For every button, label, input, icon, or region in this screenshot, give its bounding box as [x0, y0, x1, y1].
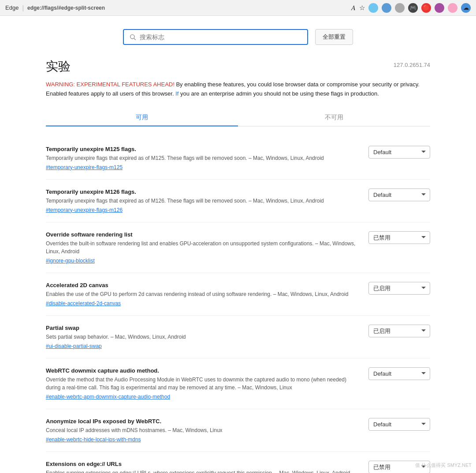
- flag-control: Default已启用Disabled: [368, 282, 430, 295]
- flag-desc: Enables running extensions on edge:// UR…: [46, 469, 358, 473]
- flag-select-5[interactable]: DefaultEnabledDisabled: [368, 367, 430, 380]
- flag-anchor-link[interactable]: #ui-disable-partial-swap: [46, 343, 102, 349]
- version-text: 127.0.2651.74: [394, 62, 430, 68]
- flag-title: Override software rendering list: [46, 231, 358, 238]
- flag-select-6[interactable]: DefaultEnabledDisabled: [368, 418, 430, 431]
- url-highlight: #edge-split-screen: [58, 5, 105, 11]
- ext3-icon[interactable]: [395, 3, 405, 13]
- ext4-icon[interactable]: 🎮: [408, 3, 418, 13]
- flag-title: Extensions on edge:// URLs: [46, 461, 358, 467]
- search-area: 全部重置: [46, 29, 430, 45]
- flag-title: Temporarily unexpire M126 flags.: [46, 188, 358, 195]
- url-prefix: edge://flags/: [27, 5, 58, 11]
- flag-title: Partial swap: [46, 325, 358, 331]
- ext8-icon[interactable]: ☁: [461, 3, 471, 13]
- flag-control: DefaultEnabled已禁用: [368, 231, 430, 244]
- flag-title: Accelerated 2D canvas: [46, 282, 358, 288]
- svg-line-1: [134, 38, 136, 40]
- star-icon[interactable]: ☆: [359, 4, 365, 12]
- flag-content: Partial swapSets partial swap behavior. …: [46, 325, 358, 349]
- page-wrapper: 全部重置 实验 127.0.2651.74 WARNING: EXPERIMEN…: [35, 16, 441, 473]
- ext5-icon[interactable]: 🔴: [421, 3, 431, 13]
- flag-anchor-link[interactable]: #enable-webrtc-hide-local-ips-with-mdns: [46, 436, 141, 443]
- flag-desc: Sets partial swap behavior. – Mac, Windo…: [46, 333, 358, 341]
- flag-content: Temporarily unexpire M125 flags.Temporar…: [46, 146, 358, 170]
- svg-point-0: [130, 35, 134, 39]
- flag-anchor-link[interactable]: #ignore-gpu-blocklist: [46, 258, 95, 264]
- flag-select-4[interactable]: Default已启用Disabled: [368, 325, 430, 337]
- flag-title: WebRTC downmix capture audio method.: [46, 367, 358, 374]
- flag-desc: Override the method that the Audio Proce…: [46, 376, 358, 392]
- flag-item: Partial swapSets partial swap behavior. …: [46, 316, 430, 358]
- page-title: 实验: [46, 58, 71, 75]
- warning-tail-text: you are an enterprise admin you should n…: [178, 90, 379, 97]
- flag-item: Temporarily unexpire M125 flags.Temporar…: [46, 137, 430, 180]
- flag-content: Override software rendering listOverride…: [46, 231, 358, 264]
- flag-content: Temporarily unexpire M126 flags.Temporar…: [46, 188, 358, 213]
- flag-item: Extensions on edge:// URLsEnables runnin…: [46, 452, 430, 473]
- tabs-bar: 可用 不可用: [46, 109, 430, 126]
- address-bar[interactable]: edge://flags/#edge-split-screen: [27, 5, 348, 11]
- tab-available[interactable]: 可用: [46, 109, 238, 126]
- flag-control: Default已启用Disabled: [368, 325, 430, 337]
- flag-anchor-link[interactable]: #enable-webrtc-apm-downmix-capture-audio…: [46, 394, 170, 400]
- flag-content: WebRTC downmix capture audio method.Over…: [46, 367, 358, 400]
- ext7-icon[interactable]: [448, 3, 457, 13]
- search-box[interactable]: [123, 29, 308, 45]
- ext6-icon[interactable]: [435, 3, 444, 13]
- flag-desc: Enables the use of the GPU to perform 2d…: [46, 290, 358, 298]
- search-icon: [129, 33, 136, 41]
- flag-select-3[interactable]: Default已启用Disabled: [368, 282, 430, 295]
- ext1-icon[interactable]: [368, 3, 378, 13]
- flag-anchor-link[interactable]: #temporary-unexpire-flags-m125: [46, 164, 123, 170]
- flag-anchor-link[interactable]: #temporary-unexpire-flags-m126: [46, 207, 123, 213]
- url-divider: |: [22, 4, 24, 11]
- watermark: 值 什么值得买 SMYZ.NET: [415, 462, 472, 469]
- browser-brand: Edge: [5, 4, 19, 11]
- flag-content: Anonymize local IPs exposed by WebRTC.Co…: [46, 418, 358, 443]
- warning-red-text: WARNING: EXPERIMENTAL FEATURES AHEAD!: [46, 81, 175, 88]
- flag-item: Temporarily unexpire M126 flags.Temporar…: [46, 180, 430, 222]
- flag-item: Anonymize local IPs exposed by WebRTC.Co…: [46, 409, 430, 452]
- flag-select-2[interactable]: DefaultEnabled已禁用: [368, 231, 430, 244]
- warning-box: WARNING: EXPERIMENTAL FEATURES AHEAD! By…: [46, 80, 430, 99]
- browser-toolbar-icons: 𝐴 ☆ 🎮 🔴 ☁: [351, 3, 471, 13]
- flag-desc: Temporarily unexpire flags that expired …: [46, 154, 358, 162]
- flag-select-0[interactable]: DefaultEnabledDisabled: [368, 146, 430, 159]
- reset-all-button[interactable]: 全部重置: [315, 29, 353, 45]
- flag-title: Anonymize local IPs exposed by WebRTC.: [46, 418, 358, 425]
- flag-item: WebRTC downmix capture audio method.Over…: [46, 358, 430, 409]
- flag-content: Extensions on edge:// URLsEnables runnin…: [46, 461, 358, 473]
- flag-content: Accelerated 2D canvasEnables the use of …: [46, 282, 358, 307]
- tab-unavailable[interactable]: 不可用: [238, 109, 430, 126]
- page-header: 实验 127.0.2651.74: [46, 58, 430, 75]
- font-icon[interactable]: 𝐴: [351, 4, 356, 12]
- flag-control: DefaultEnabledDisabled: [368, 418, 430, 431]
- search-input[interactable]: [140, 33, 302, 41]
- ext2-icon[interactable]: [382, 3, 391, 13]
- flag-control: DefaultEnabledDisabled: [368, 367, 430, 380]
- flag-item: Override software rendering listOverride…: [46, 222, 430, 273]
- flag-anchor-link[interactable]: #disable-accelerated-2d-canvas: [46, 300, 121, 307]
- flag-select-1[interactable]: DefaultEnabledDisabled: [368, 188, 430, 201]
- flag-desc: Overrides the built-in software renderin…: [46, 240, 358, 255]
- flag-desc: Temporarily unexpire flags that expired …: [46, 197, 358, 205]
- flag-desc: Conceal local IP addresses with mDNS hos…: [46, 426, 358, 434]
- flag-control: DefaultEnabledDisabled: [368, 146, 430, 159]
- browser-bar: Edge | edge://flags/#edge-split-screen 𝐴…: [0, 0, 476, 16]
- flags-list: Temporarily unexpire M125 flags.Temporar…: [46, 137, 430, 473]
- flag-control: DefaultEnabledDisabled: [368, 188, 430, 201]
- flag-title: Temporarily unexpire M125 flags.: [46, 146, 358, 152]
- flag-item: Accelerated 2D canvasEnables the use of …: [46, 273, 430, 316]
